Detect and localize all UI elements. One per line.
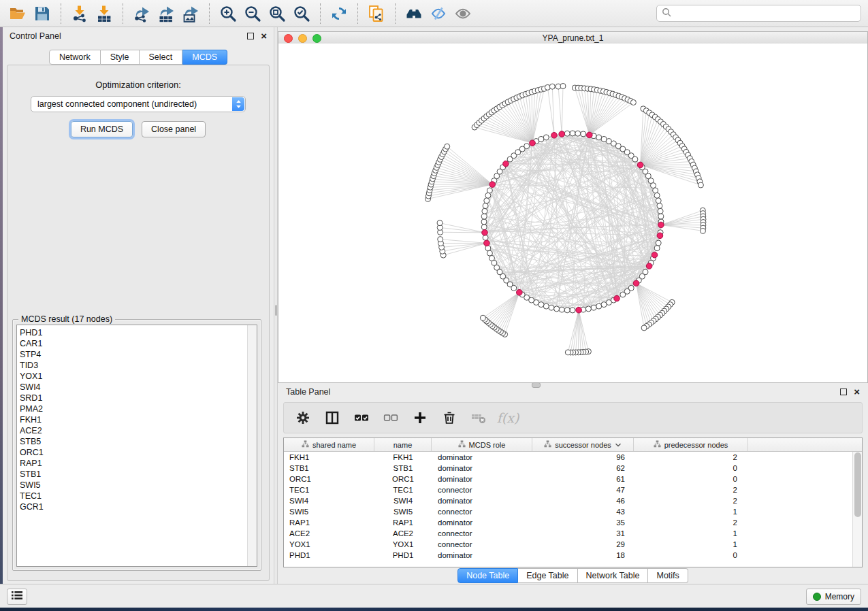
run-mcds-button[interactable]: Run MCDS [71,121,133,137]
table-row[interactable]: ORC1ORC1dominator610 [284,474,862,484]
table-cell[interactable]: 47 [532,486,634,494]
zoom-selected-icon[interactable] [289,3,314,24]
table-cell[interactable]: SWI4 [284,497,374,505]
zoom-fit-icon[interactable] [265,3,289,24]
table-cell[interactable]: 62 [532,464,634,472]
table-row[interactable]: STB1STB1dominator620 [284,463,862,474]
window-close-icon[interactable] [284,34,293,43]
column-header-shared-name[interactable]: shared name [284,438,374,451]
search-input[interactable] [675,8,861,19]
mcds-result-item[interactable]: PMA2 [20,403,257,414]
tab-style[interactable]: Style [101,50,140,65]
table-cell[interactable]: PHD1 [284,551,374,559]
table-cell[interactable]: 31 [532,529,634,538]
table-cell[interactable]: STB1 [284,464,374,472]
zoom-in-icon[interactable] [216,3,240,24]
table-cell[interactable]: TEC1 [284,486,374,494]
table-row[interactable]: SWI5SWI5connector431 [284,506,862,517]
export-table-icon[interactable] [154,3,178,24]
mcds-result-item[interactable]: STB1 [20,469,257,480]
zoom-out-icon[interactable] [240,3,265,24]
table-cell[interactable]: 43 [532,508,634,516]
table-cell[interactable]: dominator [432,497,532,505]
table-cell[interactable]: connector [432,486,532,494]
table-cell[interactable]: 35 [532,518,634,527]
table-cell[interactable]: ORC1 [374,475,432,483]
close-table-panel-icon[interactable]: × [854,389,860,395]
tab-edge-table[interactable]: Edge Table [518,568,577,583]
refresh-icon[interactable] [327,3,351,24]
tab-mcds[interactable]: MCDS [182,50,227,65]
table-cell[interactable]: connector [432,540,532,548]
table-scrollbar-thumb[interactable] [854,452,861,517]
save-icon[interactable] [30,3,54,24]
mcds-result-item[interactable]: TEC1 [20,491,257,501]
mcds-result-item[interactable]: SWI4 [20,382,257,393]
search-box[interactable] [656,5,861,22]
table-cell[interactable]: 0 [634,475,748,483]
window-maximize-icon[interactable] [312,34,321,43]
network-graph[interactable] [278,44,867,382]
column-header-predecessor-nodes[interactable]: predecessor nodes [634,438,748,451]
binoculars-icon[interactable] [402,3,426,24]
table-cell[interactable]: connector [432,508,532,516]
tab-network[interactable]: Network [49,50,101,65]
unselect-all-icon[interactable] [383,410,399,426]
mcds-list-scrollbar[interactable] [247,325,257,566]
table-row[interactable]: ACE2ACE2connector311 [284,528,862,539]
table-row[interactable]: TEC1TEC1connector472 [284,484,862,495]
tab-node-table[interactable]: Node Table [457,568,518,583]
column-header-name[interactable]: name [374,438,432,451]
column-header-MCDS-role[interactable]: MCDS role [432,438,532,451]
table-cell[interactable]: 1 [634,508,748,516]
import-network-icon[interactable] [67,3,92,24]
add-icon[interactable] [412,410,428,426]
optimization-criterion-select[interactable]: largest connected component (undirected) [31,96,246,112]
table-cell[interactable]: 1 [634,529,748,538]
table-cell[interactable]: SWI5 [284,508,374,516]
mcds-result-item[interactable]: YOX1 [20,371,257,382]
table-cell[interactable]: 2 [634,453,748,461]
table-cell[interactable]: FKH1 [374,453,432,461]
mcds-result-item[interactable]: FKH1 [20,414,257,425]
table-cell[interactable]: 96 [532,453,634,461]
mcds-result-item[interactable]: GCR1 [20,501,257,512]
table-cell[interactable]: STB1 [374,464,432,472]
table-cell[interactable]: YOX1 [284,540,374,548]
table-cell[interactable]: RAP1 [284,518,374,527]
hide-details-icon[interactable] [426,3,451,24]
table-cell[interactable]: SWI5 [374,508,432,516]
network-window-titlebar[interactable]: YPA_prune.txt_1 [278,32,867,44]
window-minimize-icon[interactable] [298,34,307,43]
mcds-result-item[interactable]: STP4 [20,349,257,360]
mcds-result-item[interactable]: PHD1 [20,327,257,338]
table-cell[interactable]: 46 [532,497,634,505]
node-table[interactable]: shared namenameMCDS rolesuccessor nodesp… [283,437,863,567]
table-cell[interactable]: 61 [532,475,634,483]
table-row[interactable]: YOX1YOX1connector291 [284,539,862,550]
select-all-icon[interactable] [353,410,370,426]
table-cell[interactable]: 2 [634,497,748,505]
table-row[interactable]: RAP1RAP1dominator352 [284,517,862,528]
table-cell[interactable]: 0 [634,464,748,472]
table-cell[interactable]: ACE2 [374,529,432,538]
column-header-successor-nodes[interactable]: successor nodes [532,438,634,451]
mcds-result-item[interactable]: STB5 [20,436,257,447]
tab-network-table[interactable]: Network Table [578,568,649,583]
open-file-icon[interactable] [5,3,30,24]
table-cell[interactable]: 2 [634,518,748,527]
close-panel-icon[interactable]: × [261,33,267,39]
table-cell[interactable]: 1 [634,540,748,548]
mcds-result-item[interactable]: CAR1 [20,338,257,349]
table-cell[interactable]: YOX1 [374,540,432,548]
table-cell[interactable]: ORC1 [284,475,374,483]
task-history-button[interactable] [7,589,27,605]
table-cell[interactable]: TEC1 [374,486,432,494]
table-cell[interactable]: PHD1 [374,551,432,559]
table-cell[interactable]: dominator [432,518,532,527]
table-cell[interactable]: dominator [432,453,532,461]
splitter-handle[interactable] [275,305,277,316]
table-cell[interactable]: SWI4 [374,497,432,505]
table-row[interactable]: PHD1PHD1dominator180 [284,550,862,561]
float-table-panel-icon[interactable] [840,389,847,395]
